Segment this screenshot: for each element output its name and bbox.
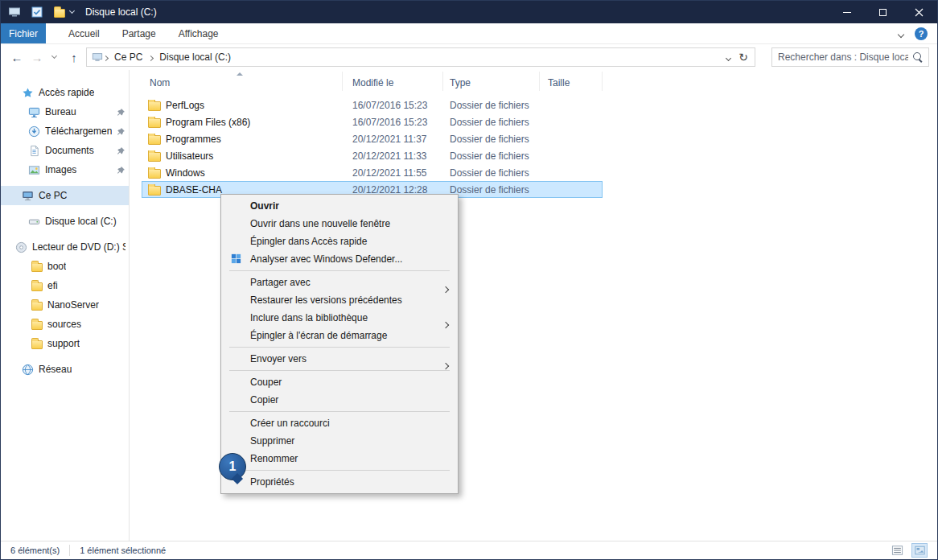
menu-item-pin-to-start[interactable]: Épingler à l'écran de démarrage	[221, 327, 458, 344]
sidebar-item-images[interactable]: Images	[1, 160, 129, 179]
sidebar-item-label: Images	[45, 164, 76, 175]
column-header-modifie-le[interactable]: Modifié le	[343, 72, 443, 91]
column-label: Taille	[548, 77, 570, 89]
tab-fichier[interactable]: Fichier	[1, 23, 46, 43]
close-button[interactable]	[901, 1, 937, 23]
help-icon[interactable]: ?	[915, 27, 928, 40]
drive-icon	[28, 216, 40, 228]
menu-item-include-in-library[interactable]: Inclure dans la bibliothèque	[221, 309, 458, 327]
file-type: Dossier de fichiers	[443, 134, 540, 145]
file-name: DBASE-CHA	[166, 184, 222, 196]
folder-icon	[148, 169, 161, 179]
address-bar-right: ↻	[726, 51, 751, 64]
sidebar-item-support[interactable]: support	[1, 334, 129, 353]
close-icon	[915, 8, 924, 17]
menu-item-delete[interactable]: Supprimer	[221, 432, 458, 450]
menu-item-scan-defender[interactable]: Analyser avec Windows Defender...	[221, 250, 458, 268]
sidebar-item-nanoserver[interactable]: NanoServer	[1, 295, 129, 315]
ribbon-right-controls: ?	[899, 23, 937, 43]
maximize-button[interactable]	[865, 1, 901, 23]
menu-item-create-shortcut[interactable]: Créer un raccourci	[221, 414, 458, 432]
menu-item-share-with[interactable]: Partager avec	[221, 274, 458, 291]
sidebar-item-label: support	[47, 338, 80, 349]
sidebar-item-label: efi	[47, 280, 58, 291]
history-dropdown-icon[interactable]	[47, 44, 60, 70]
sidebar-item-quick-access[interactable]: Accès rapide	[1, 83, 129, 102]
file-row-program-files-x86[interactable]: Program Files (x86) 16/07/2016 15:23 Dos…	[142, 113, 603, 130]
address-dropdown-icon[interactable]	[726, 51, 730, 63]
tab-affichage[interactable]: Affichage	[167, 23, 230, 43]
column-label: Type	[450, 77, 471, 89]
file-name: PerfLogs	[166, 100, 204, 111]
sidebar-item-label: NanoServer	[47, 299, 99, 311]
file-modified: 20/12/2021 11:33	[343, 150, 443, 162]
file-row-windows[interactable]: Windows 20/12/2021 11:55 Dossier de fich…	[142, 164, 603, 181]
expand-ribbon-chevron-icon[interactable]	[899, 28, 903, 39]
breadcrumb-ce-pc[interactable]: Ce PC	[109, 51, 148, 63]
file-type: Dossier de fichiers	[443, 150, 540, 162]
breadcrumb-disque-local[interactable]: Disque local (C:)	[154, 51, 237, 63]
tab-partage[interactable]: Partage	[111, 23, 167, 43]
quick-access-new-folder-icon[interactable]	[51, 3, 68, 21]
back-button[interactable]: ←	[7, 44, 27, 70]
menu-item-label: Renommer	[250, 453, 298, 464]
menu-item-send-to[interactable]: Envoyer vers	[221, 350, 458, 368]
search-icon[interactable]	[911, 51, 924, 64]
up-button[interactable]: ↑	[65, 44, 83, 70]
menu-separator	[229, 270, 450, 271]
sidebar-item-bureau[interactable]: Bureau	[1, 102, 129, 121]
menu-item-label: Partager avec	[250, 277, 311, 288]
sidebar-item-efi[interactable]: efi	[1, 276, 129, 295]
menu-item-rename[interactable]: Renommer	[221, 450, 458, 467]
quick-access-properties-icon[interactable]	[28, 3, 46, 21]
sidebar-item-label: Téléchargements	[45, 126, 112, 137]
sidebar-item-sources[interactable]: sources	[1, 315, 129, 334]
address-pc-icon	[92, 51, 103, 63]
menu-item-open-new-window[interactable]: Ouvrir dans une nouvelle fenêtre	[221, 215, 458, 233]
minimize-button[interactable]	[829, 1, 865, 23]
sidebar-item-documents[interactable]: Documents	[1, 141, 129, 160]
submenu-arrow-icon	[443, 356, 448, 374]
menu-item-label: Créer un raccourci	[250, 418, 330, 429]
menu-item-label: Propriétés	[250, 476, 294, 488]
menu-item-restore-previous-versions[interactable]: Restaurer les versions précédentes	[221, 291, 458, 309]
menu-item-label: Couper	[250, 377, 282, 388]
selected-count: 1 élément sélectionné	[80, 546, 166, 555]
menu-item-label: Restaurer les versions précédentes	[250, 294, 402, 306]
column-header-type[interactable]: Type	[443, 72, 540, 91]
refresh-icon[interactable]: ↻	[738, 51, 748, 64]
explorer-system-icon[interactable]	[6, 3, 23, 21]
file-type: Dossier de fichiers	[443, 167, 540, 179]
sidebar-item-boot[interactable]: boot	[1, 257, 129, 276]
forward-button[interactable]: →	[28, 44, 46, 70]
thumbnails-view-button[interactable]	[911, 543, 928, 558]
menu-item-open[interactable]: Ouvrir	[221, 197, 458, 215]
search-input[interactable]	[772, 51, 911, 63]
file-row-utilisateurs[interactable]: Utilisateurs 20/12/2021 11:33 Dossier de…	[142, 147, 603, 164]
status-bar: 6 élément(s) 1 élément sélectionné	[1, 541, 937, 559]
menu-item-label: Épingler dans Accès rapide	[250, 236, 367, 247]
menu-item-pin-quick-access[interactable]: Épingler dans Accès rapide	[221, 233, 458, 250]
sidebar-item-label: Lecteur de DVD (D:) S	[32, 241, 125, 253]
sidebar-item-dvd-drive[interactable]: Lecteur de DVD (D:) S	[1, 237, 129, 257]
column-header-taille[interactable]: Taille	[540, 72, 603, 91]
windows-defender-icon	[230, 253, 242, 270]
file-row-perflogs[interactable]: PerfLogs 16/07/2016 15:23 Dossier de fic…	[142, 97, 603, 113]
sidebar-item-ce-pc[interactable]: Ce PC	[1, 186, 129, 205]
file-row-programmes[interactable]: Programmes 20/12/2021 11:37 Dossier de f…	[142, 130, 603, 147]
breadcrumb-chevron-icon	[149, 51, 153, 63]
quick-access-dropdown-icon[interactable]	[70, 11, 74, 13]
sidebar-item-disque-local-c[interactable]: Disque local (C:)	[1, 212, 129, 231]
address-bar[interactable]: Ce PC Disque local (C:) ↻	[86, 47, 755, 67]
folder-icon	[31, 302, 43, 311]
menu-item-copy[interactable]: Copier	[221, 391, 458, 409]
maximize-icon	[879, 9, 887, 16]
sidebar-item-reseau[interactable]: Réseau	[1, 360, 129, 379]
details-view-button[interactable]	[889, 543, 905, 558]
view-toggles	[889, 543, 928, 558]
tab-accueil[interactable]: Accueil	[57, 23, 111, 43]
sidebar-item-telechargements[interactable]: Téléchargements	[1, 121, 129, 141]
column-header-nom[interactable]: Nom	[142, 72, 343, 91]
menu-item-cut[interactable]: Couper	[221, 373, 458, 391]
menu-item-properties[interactable]: Propriétés	[221, 473, 458, 491]
